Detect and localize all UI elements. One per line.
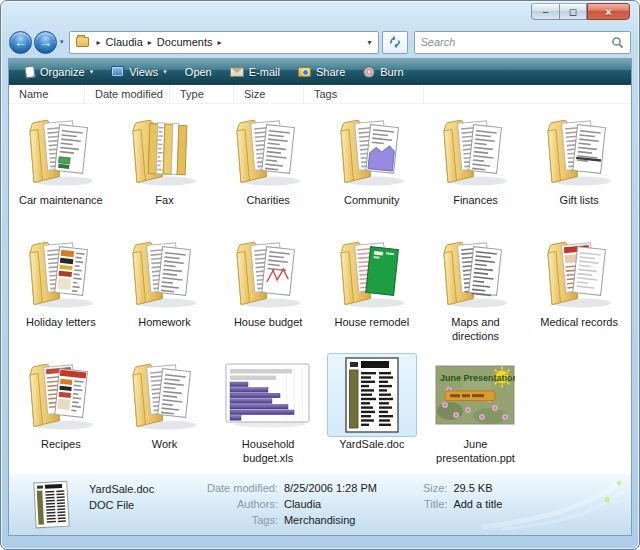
file-item-community[interactable]: Community <box>320 106 424 228</box>
search-input[interactable] <box>421 36 611 48</box>
breadcrumb-separator-icon: ▸ <box>97 38 101 47</box>
breadcrumb-separator-icon: ▸ <box>218 38 222 47</box>
svg-text:June Presentation: June Presentation <box>440 373 515 383</box>
selected-file-summary: YardSale.doc DOC File <box>89 481 207 513</box>
item-label: Charities <box>246 194 289 208</box>
refresh-button[interactable] <box>382 31 408 54</box>
item-label: Medical records <box>540 316 618 330</box>
search-icon[interactable] <box>611 36 624 49</box>
toolbar-label: E-mail <box>249 66 280 78</box>
command-toolbar: Organize▾Views▾OpenE-mailShareBurn <box>9 59 631 85</box>
column-header-date-modified[interactable]: Date modified <box>85 85 170 103</box>
item-label: Fax <box>155 194 173 208</box>
forward-button[interactable]: → <box>34 31 57 54</box>
item-label: Maps and directions <box>428 316 522 344</box>
recent-pages-caret-icon[interactable]: ▾ <box>60 38 64 46</box>
minimize-button[interactable]: – <box>531 3 560 20</box>
organize-icon <box>24 65 36 78</box>
detail-value: 29.5 KB <box>453 481 502 495</box>
file-item-charities[interactable]: Charities <box>216 106 320 228</box>
folder-icon <box>327 231 417 315</box>
folder-icon <box>534 109 624 193</box>
toolbar-label: Share <box>316 66 345 78</box>
selected-file-type: DOC File <box>89 497 207 513</box>
item-label: House remodel <box>335 316 410 330</box>
toolbar-organize-button[interactable]: Organize▾ <box>17 63 101 81</box>
toolbar-share-button[interactable]: Share <box>290 63 353 81</box>
toolbar-label: Organize <box>40 66 85 78</box>
file-item-yardsale-doc[interactable]: YardSale.doc <box>320 350 424 472</box>
column-header-size[interactable]: Size <box>234 85 304 103</box>
file-item-work[interactable]: Work <box>113 350 217 472</box>
item-label: June presentation.ppt <box>428 438 522 466</box>
explorer-window: –◻× ← → ▾ ▸Claudia▸Documents▸ ▾ <box>0 0 640 550</box>
explorer-body: Organize▾Views▾OpenE-mailShareBurn NameD… <box>8 58 632 536</box>
folder-icon <box>327 109 417 193</box>
address-dropdown-icon[interactable]: ▾ <box>368 38 372 47</box>
selected-file-name: YardSale.doc <box>89 481 207 497</box>
address-bar[interactable]: ▸Claudia▸Documents▸ ▾ <box>69 31 379 54</box>
item-label: Homework <box>138 316 191 330</box>
file-item-gift-lists[interactable]: Gift lists <box>527 106 631 228</box>
file-item-fax[interactable]: Fax <box>113 106 217 228</box>
folder-icon <box>534 231 624 315</box>
column-header-type[interactable]: Type <box>170 85 234 103</box>
file-item-house-remodel[interactable]: House remodel <box>320 228 424 350</box>
file-item-maps-and-directions[interactable]: Maps and directions <box>424 228 528 350</box>
maximize-button[interactable]: ◻ <box>560 3 587 20</box>
file-item-car-maintenance[interactable]: Car maintenance <box>9 106 113 228</box>
chevron-down-icon: ▾ <box>90 68 94 76</box>
title-bar[interactable]: –◻× <box>1 1 639 27</box>
file-item-household-budget-xls[interactable]: Household budget.xls <box>216 350 320 472</box>
item-label: YardSale.doc <box>339 438 404 452</box>
column-header-tags[interactable]: Tags <box>304 85 424 103</box>
details-fields-right: Size:29.5 KBTitle:Add a title <box>423 481 502 511</box>
details-pane: YardSale.doc DOC File Date modified:8/25… <box>9 473 631 535</box>
folder-icon <box>430 109 520 193</box>
toolbar-e-mail-button[interactable]: E-mail <box>222 63 288 81</box>
email-icon <box>230 67 244 77</box>
toolbar-open-button[interactable]: Open <box>177 63 220 81</box>
file-item-finances[interactable]: Finances <box>424 106 528 228</box>
chevron-down-icon: ▾ <box>163 68 167 76</box>
folder-icon <box>430 231 520 315</box>
back-button[interactable]: ← <box>9 31 32 54</box>
doc-file-icon <box>327 353 417 437</box>
item-label: Car maintenance <box>19 194 103 208</box>
toolbar-label: Views <box>129 66 158 78</box>
file-item-june-presentation-ppt[interactable]: June PresentationJune presentation.ppt <box>424 350 528 472</box>
file-item-recipes[interactable]: Recipes <box>9 350 113 472</box>
breadcrumb-item-claudia[interactable]: Claudia <box>106 36 143 48</box>
folder-icon <box>16 109 106 193</box>
folder-icon <box>223 231 313 315</box>
column-headers: NameDate modifiedTypeSizeTags <box>9 85 631 104</box>
window-controls: –◻× <box>531 3 630 20</box>
xls-file-icon <box>223 353 313 437</box>
toolbar-views-button[interactable]: Views▾ <box>103 63 175 81</box>
folder-icon <box>76 37 89 47</box>
folder-icon <box>119 231 209 315</box>
folder-icon <box>119 353 209 437</box>
detail-value: Claudia <box>284 497 377 511</box>
item-label: Recipes <box>41 438 81 452</box>
close-button[interactable]: × <box>587 3 630 20</box>
detail-label: Title: <box>423 497 447 511</box>
folder-icon <box>223 109 313 193</box>
breadcrumb-item-documents[interactable]: Documents <box>157 36 213 48</box>
toolbar-label: Open <box>185 66 212 78</box>
file-grid: Car maintenanceFaxCharitiesCommunityFina… <box>9 104 631 473</box>
file-item-holiday-letters[interactable]: Holiday letters <box>9 228 113 350</box>
detail-label: Size: <box>423 481 447 495</box>
file-item-house-budget[interactable]: House budget <box>216 228 320 350</box>
search-box <box>414 31 631 54</box>
selected-file-thumbnail <box>31 479 73 531</box>
column-header-name[interactable]: Name <box>9 85 85 103</box>
folder-icon <box>119 109 209 193</box>
refresh-icon <box>388 35 402 49</box>
detail-label: Date modified: <box>207 481 278 495</box>
file-item-medical-records[interactable]: Medical records <box>527 228 631 350</box>
toolbar-burn-button[interactable]: Burn <box>355 63 411 81</box>
burn-icon <box>363 66 375 78</box>
file-item-homework[interactable]: Homework <box>113 228 217 350</box>
navigation-bar: ← → ▾ ▸Claudia▸Documents▸ ▾ <box>9 27 631 57</box>
